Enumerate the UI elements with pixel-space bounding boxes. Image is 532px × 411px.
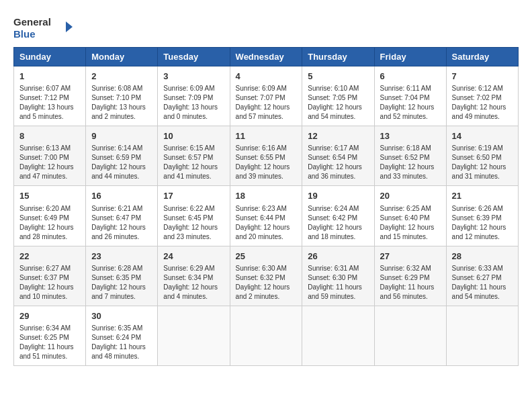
day-number: 15 <box>19 190 80 202</box>
day-info: Sunrise: 6:29 AMSunset: 6:34 PMDaylight:… <box>163 264 224 302</box>
day-info: Sunrise: 6:31 AMSunset: 6:30 PMDaylight:… <box>308 264 368 302</box>
day-info: Sunrise: 6:16 AMSunset: 6:55 PMDaylight:… <box>236 144 297 181</box>
day-cell: 29Sunrise: 6:34 AMSunset: 6:25 PMDayligh… <box>14 306 86 365</box>
day-info: Sunrise: 6:12 AMSunset: 7:02 PMDaylight:… <box>452 84 513 122</box>
day-cell: 19Sunrise: 6:24 AMSunset: 6:42 PMDayligh… <box>302 186 374 246</box>
day-info: Sunrise: 6:23 AMSunset: 6:44 PMDaylight:… <box>236 204 297 242</box>
day-cell: 25Sunrise: 6:30 AMSunset: 6:32 PMDayligh… <box>230 246 302 306</box>
week-row-1: 1Sunrise: 6:07 AMSunset: 7:12 PMDaylight… <box>14 66 519 126</box>
day-cell: 11Sunrise: 6:16 AMSunset: 6:55 PMDayligh… <box>230 126 302 186</box>
day-number: 28 <box>452 250 513 263</box>
day-info: Sunrise: 6:09 AMSunset: 7:09 PMDaylight:… <box>163 84 224 122</box>
day-info: Sunrise: 6:35 AMSunset: 6:24 PMDaylight:… <box>91 324 152 361</box>
day-cell: 17Sunrise: 6:22 AMSunset: 6:45 PMDayligh… <box>158 186 230 246</box>
week-row-5: 29Sunrise: 6:34 AMSunset: 6:25 PMDayligh… <box>14 306 519 365</box>
day-cell: 4Sunrise: 6:09 AMSunset: 7:07 PMDaylight… <box>230 66 302 126</box>
day-number: 12 <box>308 130 368 142</box>
week-row-3: 15Sunrise: 6:20 AMSunset: 6:49 PMDayligh… <box>14 186 519 246</box>
day-cell: 10Sunrise: 6:15 AMSunset: 6:57 PMDayligh… <box>158 126 230 186</box>
day-cell: 2Sunrise: 6:08 AMSunset: 7:10 PMDaylight… <box>86 66 158 126</box>
day-info: Sunrise: 6:19 AMSunset: 6:50 PMDaylight:… <box>452 144 513 181</box>
day-info: Sunrise: 6:30 AMSunset: 6:32 PMDaylight:… <box>236 264 297 302</box>
day-number: 17 <box>163 190 224 202</box>
day-number: 8 <box>19 130 80 142</box>
day-cell: 27Sunrise: 6:32 AMSunset: 6:29 PMDayligh… <box>374 246 446 306</box>
day-cell: 14Sunrise: 6:19 AMSunset: 6:50 PMDayligh… <box>446 126 518 186</box>
day-info: Sunrise: 6:32 AMSunset: 6:29 PMDaylight:… <box>380 264 441 302</box>
week-row-2: 8Sunrise: 6:13 AMSunset: 7:00 PMDaylight… <box>14 126 519 186</box>
day-info: Sunrise: 6:21 AMSunset: 6:47 PMDaylight:… <box>91 204 152 242</box>
day-info: Sunrise: 6:10 AMSunset: 7:05 PMDaylight:… <box>308 84 368 122</box>
weekday-header-saturday: Saturday <box>446 48 518 66</box>
day-cell: 8Sunrise: 6:13 AMSunset: 7:00 PMDaylight… <box>14 126 86 186</box>
day-cell: 15Sunrise: 6:20 AMSunset: 6:49 PMDayligh… <box>14 186 86 246</box>
day-info: Sunrise: 6:22 AMSunset: 6:45 PMDaylight:… <box>163 204 224 242</box>
day-cell <box>374 306 446 365</box>
day-cell: 20Sunrise: 6:25 AMSunset: 6:40 PMDayligh… <box>374 186 446 246</box>
svg-text:General: General <box>13 16 51 28</box>
weekday-header-tuesday: Tuesday <box>158 48 230 66</box>
day-number: 1 <box>19 71 80 83</box>
day-number: 20 <box>380 190 441 202</box>
svg-text:Blue: Blue <box>13 28 36 40</box>
header: General Blue <box>13 13 519 40</box>
day-number: 30 <box>91 310 152 322</box>
weekday-header-monday: Monday <box>86 48 158 66</box>
day-cell: 18Sunrise: 6:23 AMSunset: 6:44 PMDayligh… <box>230 186 302 246</box>
day-cell <box>446 306 518 365</box>
day-number: 6 <box>380 71 441 83</box>
day-info: Sunrise: 6:17 AMSunset: 6:54 PMDaylight:… <box>308 144 368 181</box>
day-info: Sunrise: 6:20 AMSunset: 6:49 PMDaylight:… <box>19 204 80 242</box>
day-cell: 5Sunrise: 6:10 AMSunset: 7:05 PMDaylight… <box>302 66 374 126</box>
day-info: Sunrise: 6:27 AMSunset: 6:37 PMDaylight:… <box>19 264 80 302</box>
day-info: Sunrise: 6:11 AMSunset: 7:04 PMDaylight:… <box>380 84 441 122</box>
logo: General Blue <box>13 13 74 40</box>
day-number: 4 <box>236 71 297 83</box>
day-cell: 26Sunrise: 6:31 AMSunset: 6:30 PMDayligh… <box>302 246 374 306</box>
day-cell: 3Sunrise: 6:09 AMSunset: 7:09 PMDaylight… <box>158 66 230 126</box>
day-cell: 22Sunrise: 6:27 AMSunset: 6:37 PMDayligh… <box>14 246 86 306</box>
weekday-header-friday: Friday <box>374 48 446 66</box>
day-number: 21 <box>452 190 513 202</box>
day-cell: 24Sunrise: 6:29 AMSunset: 6:34 PMDayligh… <box>158 246 230 306</box>
day-info: Sunrise: 6:14 AMSunset: 6:59 PMDaylight:… <box>91 144 152 181</box>
day-number: 16 <box>91 190 152 202</box>
day-cell: 6Sunrise: 6:11 AMSunset: 7:04 PMDaylight… <box>374 66 446 126</box>
day-number: 11 <box>236 130 297 142</box>
day-cell: 12Sunrise: 6:17 AMSunset: 6:54 PMDayligh… <box>302 126 374 186</box>
day-cell: 23Sunrise: 6:28 AMSunset: 6:35 PMDayligh… <box>86 246 158 306</box>
day-number: 2 <box>91 71 152 83</box>
day-cell: 13Sunrise: 6:18 AMSunset: 6:52 PMDayligh… <box>374 126 446 186</box>
day-cell: 1Sunrise: 6:07 AMSunset: 7:12 PMDaylight… <box>14 66 86 126</box>
day-number: 13 <box>380 130 441 142</box>
day-number: 22 <box>19 250 80 263</box>
day-number: 23 <box>91 250 152 263</box>
day-number: 24 <box>163 250 224 263</box>
day-info: Sunrise: 6:26 AMSunset: 6:39 PMDaylight:… <box>452 204 513 242</box>
day-cell <box>302 306 374 365</box>
day-info: Sunrise: 6:13 AMSunset: 7:00 PMDaylight:… <box>19 144 80 181</box>
weekday-header-sunday: Sunday <box>14 48 86 66</box>
day-info: Sunrise: 6:18 AMSunset: 6:52 PMDaylight:… <box>380 144 441 181</box>
day-cell: 7Sunrise: 6:12 AMSunset: 7:02 PMDaylight… <box>446 66 518 126</box>
day-info: Sunrise: 6:08 AMSunset: 7:10 PMDaylight:… <box>91 84 152 122</box>
day-cell: 30Sunrise: 6:35 AMSunset: 6:24 PMDayligh… <box>86 306 158 365</box>
day-number: 5 <box>308 71 368 83</box>
day-number: 18 <box>236 190 297 202</box>
day-number: 26 <box>308 250 368 263</box>
day-cell: 16Sunrise: 6:21 AMSunset: 6:47 PMDayligh… <box>86 186 158 246</box>
logo-svg: General Blue <box>13 13 74 40</box>
day-number: 25 <box>236 250 297 263</box>
day-info: Sunrise: 6:15 AMSunset: 6:57 PMDaylight:… <box>163 144 224 181</box>
day-number: 3 <box>163 71 224 83</box>
day-cell <box>158 306 230 365</box>
day-number: 14 <box>452 130 513 142</box>
day-number: 19 <box>308 190 368 202</box>
day-info: Sunrise: 6:28 AMSunset: 6:35 PMDaylight:… <box>91 264 152 302</box>
weekday-header-thursday: Thursday <box>302 48 374 66</box>
day-cell: 21Sunrise: 6:26 AMSunset: 6:39 PMDayligh… <box>446 186 518 246</box>
day-info: Sunrise: 6:07 AMSunset: 7:12 PMDaylight:… <box>19 84 80 122</box>
day-info: Sunrise: 6:34 AMSunset: 6:25 PMDaylight:… <box>19 324 80 361</box>
day-number: 29 <box>19 310 80 322</box>
day-cell <box>230 306 302 365</box>
